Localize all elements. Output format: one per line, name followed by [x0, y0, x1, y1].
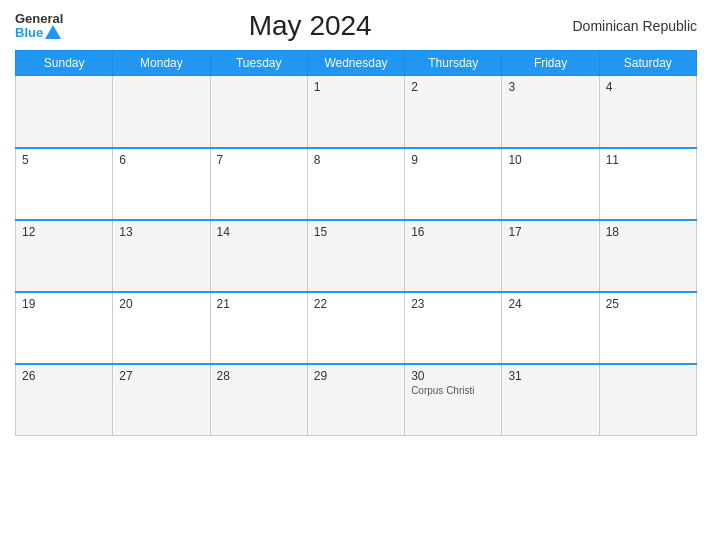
day-number: 14	[217, 225, 301, 239]
calendar-cell: 21	[210, 292, 307, 364]
day-number: 2	[411, 80, 495, 94]
weekday-header-row: Sunday Monday Tuesday Wednesday Thursday…	[16, 51, 697, 76]
header-saturday: Saturday	[599, 51, 696, 76]
calendar-week-row: 567891011	[16, 148, 697, 220]
calendar-cell: 29	[307, 364, 404, 436]
calendar-cell: 31	[502, 364, 599, 436]
day-number: 15	[314, 225, 398, 239]
day-number: 10	[508, 153, 592, 167]
calendar-cell: 9	[405, 148, 502, 220]
day-number: 30	[411, 369, 495, 383]
header-friday: Friday	[502, 51, 599, 76]
calendar-cell: 6	[113, 148, 210, 220]
calendar-cell: 24	[502, 292, 599, 364]
day-number: 29	[314, 369, 398, 383]
day-number: 19	[22, 297, 106, 311]
calendar-week-row: 19202122232425	[16, 292, 697, 364]
day-number: 1	[314, 80, 398, 94]
header-tuesday: Tuesday	[210, 51, 307, 76]
header-sunday: Sunday	[16, 51, 113, 76]
day-number: 6	[119, 153, 203, 167]
day-number: 9	[411, 153, 495, 167]
header-monday: Monday	[113, 51, 210, 76]
header-thursday: Thursday	[405, 51, 502, 76]
calendar-cell: 27	[113, 364, 210, 436]
day-number: 20	[119, 297, 203, 311]
calendar-cell: 1	[307, 76, 404, 148]
calendar-cell: 11	[599, 148, 696, 220]
calendar-week-row: 2627282930Corpus Christi31	[16, 364, 697, 436]
event-label: Corpus Christi	[411, 385, 495, 396]
calendar-cell: 14	[210, 220, 307, 292]
day-number: 24	[508, 297, 592, 311]
calendar-cell: 17	[502, 220, 599, 292]
day-number: 21	[217, 297, 301, 311]
logo-triangle-icon	[45, 25, 61, 39]
calendar-cell: 3	[502, 76, 599, 148]
day-number: 31	[508, 369, 592, 383]
calendar-cell	[210, 76, 307, 148]
calendar-cell	[113, 76, 210, 148]
calendar-cell: 13	[113, 220, 210, 292]
day-number: 28	[217, 369, 301, 383]
day-number: 4	[606, 80, 690, 94]
day-number: 25	[606, 297, 690, 311]
day-number: 3	[508, 80, 592, 94]
calendar-cell: 15	[307, 220, 404, 292]
calendar-cell: 10	[502, 148, 599, 220]
calendar-cell: 19	[16, 292, 113, 364]
day-number: 17	[508, 225, 592, 239]
calendar-cell: 18	[599, 220, 696, 292]
day-number: 23	[411, 297, 495, 311]
month-title: May 2024	[63, 10, 557, 42]
header-wednesday: Wednesday	[307, 51, 404, 76]
logo-general-text: General	[15, 12, 63, 25]
country-name: Dominican Republic	[557, 18, 697, 34]
calendar-cell	[16, 76, 113, 148]
calendar-cell: 23	[405, 292, 502, 364]
calendar-cell: 20	[113, 292, 210, 364]
calendar-cell: 8	[307, 148, 404, 220]
day-number: 11	[606, 153, 690, 167]
calendar-cell: 7	[210, 148, 307, 220]
calendar-cell: 30Corpus Christi	[405, 364, 502, 436]
calendar-cell: 4	[599, 76, 696, 148]
calendar-week-row: 1234	[16, 76, 697, 148]
day-number: 8	[314, 153, 398, 167]
calendar-cell: 2	[405, 76, 502, 148]
calendar-page: General Blue May 2024 Dominican Republic…	[0, 0, 712, 550]
calendar-cell	[599, 364, 696, 436]
day-number: 12	[22, 225, 106, 239]
calendar-header: General Blue May 2024 Dominican Republic	[15, 10, 697, 42]
calendar-cell: 28	[210, 364, 307, 436]
calendar-cell: 22	[307, 292, 404, 364]
calendar-cell: 5	[16, 148, 113, 220]
calendar-cell: 16	[405, 220, 502, 292]
day-number: 26	[22, 369, 106, 383]
logo-blue-text: Blue	[15, 26, 43, 39]
day-number: 22	[314, 297, 398, 311]
calendar-body: 1234567891011121314151617181920212223242…	[16, 76, 697, 436]
day-number: 16	[411, 225, 495, 239]
calendar-week-row: 12131415161718	[16, 220, 697, 292]
calendar-cell: 12	[16, 220, 113, 292]
calendar-cell: 25	[599, 292, 696, 364]
logo: General Blue	[15, 12, 63, 41]
day-number: 18	[606, 225, 690, 239]
day-number: 7	[217, 153, 301, 167]
day-number: 5	[22, 153, 106, 167]
calendar-cell: 26	[16, 364, 113, 436]
day-number: 13	[119, 225, 203, 239]
calendar-table: Sunday Monday Tuesday Wednesday Thursday…	[15, 50, 697, 436]
day-number: 27	[119, 369, 203, 383]
